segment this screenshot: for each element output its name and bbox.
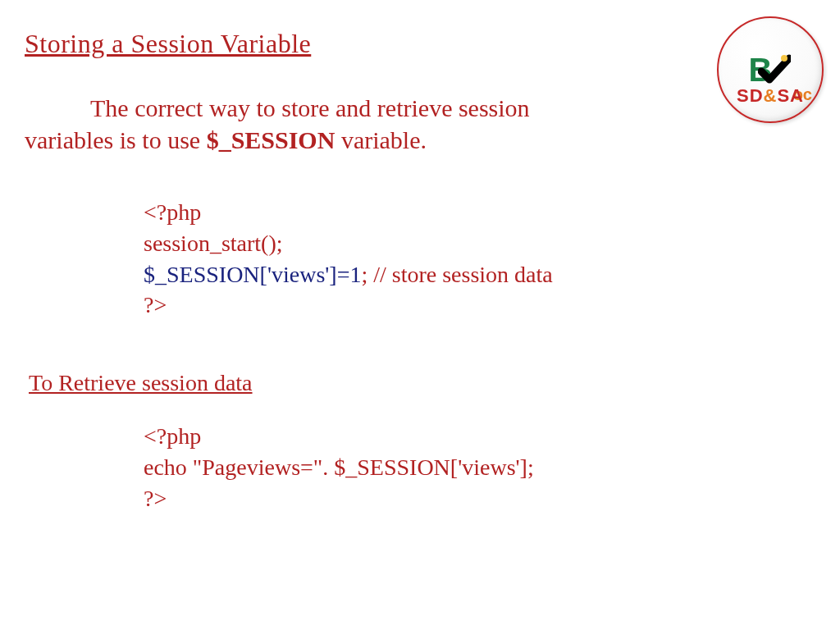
logo-bottom-text: SD&SA — [737, 85, 804, 107]
session-var-keyword: $_SESSION — [207, 126, 336, 153]
logo-top-row: B oc — [719, 49, 822, 90]
logo-amp: & — [764, 85, 778, 106]
logo-badge: B oc SD&SA — [717, 16, 824, 123]
retrieve-subtitle: To Retrieve session data — [29, 370, 815, 396]
code2-line3: ?> — [144, 483, 815, 514]
logo-sa: SA — [777, 85, 804, 106]
logo-circle: B oc SD&SA — [717, 16, 824, 123]
logo-sd: SD — [737, 85, 764, 106]
code-block-store: <?php session_start(); $_SESSION['views'… — [144, 197, 815, 321]
code1-line3: $_SESSION['views']=1; // store session d… — [144, 259, 815, 290]
intro-paragraph: The correct way to store and retrieve se… — [25, 92, 815, 156]
code1-line1: <?php — [144, 197, 815, 228]
checkmark-icon — [758, 53, 791, 86]
intro-line2-suffix: variable. — [335, 126, 427, 153]
code1-line3-comment: ; // store session data — [361, 262, 552, 287]
slide-title: Storing a Session Variable — [25, 29, 815, 59]
code2-line1: <?php — [144, 421, 815, 452]
code1-line2: session_start(); — [144, 228, 815, 259]
svg-point-0 — [781, 55, 788, 62]
code2-line2: echo "Pageviews=". $_SESSION['views']; — [144, 452, 815, 483]
slide-content: Storing a Session Variable The correct w… — [0, 0, 840, 539]
code1-line4: ?> — [144, 290, 815, 321]
code1-line3-assign: $_SESSION['views']=1 — [144, 262, 361, 287]
intro-line2-prefix: variables is to use — [25, 126, 207, 153]
code-block-retrieve: <?php echo "Pageviews=". $_SESSION['view… — [144, 421, 815, 514]
intro-line1: The correct way to store and retrieve se… — [90, 94, 530, 121]
